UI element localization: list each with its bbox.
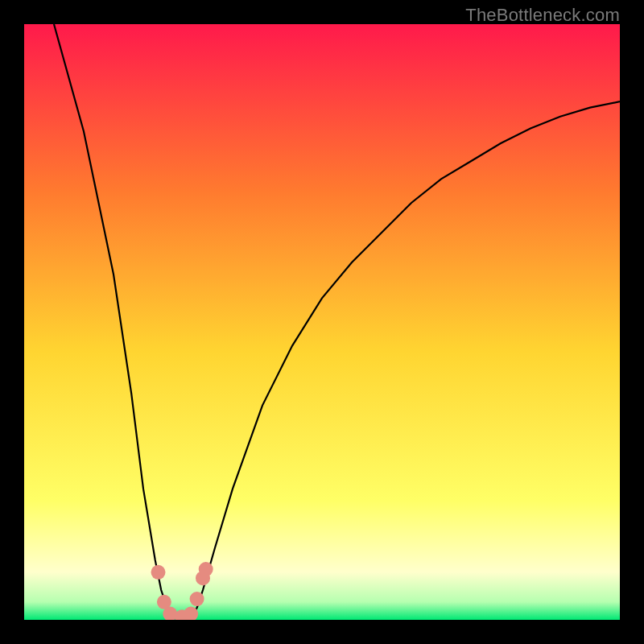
gradient-background: [24, 24, 620, 620]
curve-marker: [199, 562, 213, 576]
chart-frame: TheBottleneck.com: [0, 0, 644, 644]
plot-area: [24, 24, 620, 620]
curve-marker: [151, 565, 166, 580]
curve-marker: [190, 592, 204, 606]
attribution-label: TheBottleneck.com: [465, 5, 620, 26]
bottleneck-chart-svg: [24, 24, 620, 620]
